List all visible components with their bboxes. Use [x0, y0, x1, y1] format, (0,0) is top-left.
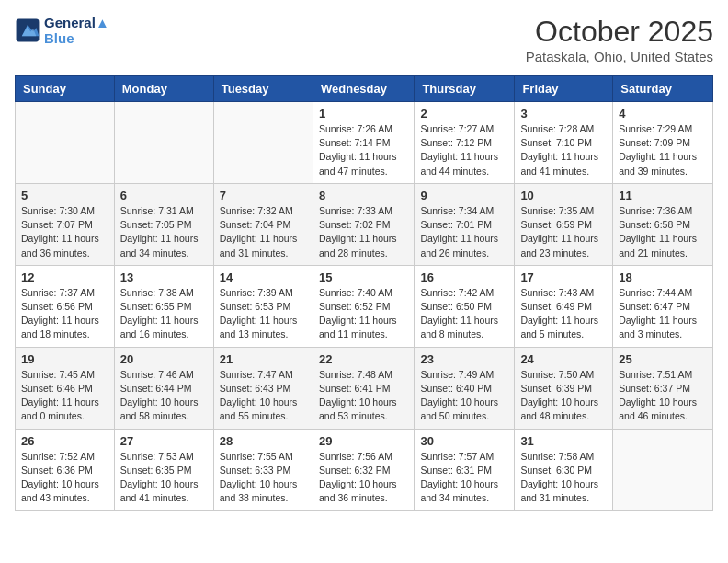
day-number: 14 [220, 270, 307, 284]
calendar-day: 19Sunrise: 7:45 AM Sunset: 6:46 PM Dayli… [16, 347, 115, 429]
day-number: 18 [619, 270, 707, 284]
day-info: Sunrise: 7:46 AM Sunset: 6:44 PM Dayligh… [120, 368, 208, 424]
day-info: Sunrise: 7:56 AM Sunset: 6:32 PM Dayligh… [319, 450, 408, 506]
calendar-day: 9Sunrise: 7:34 AM Sunset: 7:01 PM Daylig… [415, 183, 515, 265]
day-number: 10 [520, 189, 607, 202]
calendar-day: 10Sunrise: 7:35 AM Sunset: 6:59 PM Dayli… [515, 183, 613, 265]
location: Pataskala, Ohio, United States [526, 49, 713, 64]
calendar-day: 25Sunrise: 7:51 AM Sunset: 6:37 PM Dayli… [613, 347, 713, 429]
calendar-day: 30Sunrise: 7:57 AM Sunset: 6:31 PM Dayli… [415, 429, 515, 511]
day-info: Sunrise: 7:42 AM Sunset: 6:50 PM Dayligh… [420, 286, 508, 342]
day-info: Sunrise: 7:45 AM Sunset: 6:46 PM Dayligh… [21, 368, 108, 424]
day-number: 29 [319, 434, 408, 448]
calendar-day: 8Sunrise: 7:33 AM Sunset: 7:02 PM Daylig… [313, 183, 414, 265]
day-info: Sunrise: 7:43 AM Sunset: 6:49 PM Dayligh… [520, 286, 607, 342]
calendar-day [213, 102, 313, 184]
calendar-week-2: 5Sunrise: 7:30 AM Sunset: 7:07 PM Daylig… [16, 183, 713, 265]
day-number: 20 [120, 352, 208, 366]
calendar-day [114, 102, 213, 184]
day-info: Sunrise: 7:51 AM Sunset: 6:37 PM Dayligh… [619, 368, 707, 424]
calendar-day: 23Sunrise: 7:49 AM Sunset: 6:40 PM Dayli… [415, 347, 515, 429]
calendar-day: 6Sunrise: 7:31 AM Sunset: 7:05 PM Daylig… [114, 183, 213, 265]
weekday-header-friday: Friday [515, 76, 613, 102]
calendar-day: 24Sunrise: 7:50 AM Sunset: 6:39 PM Dayli… [515, 347, 613, 429]
day-number: 28 [220, 434, 307, 448]
day-info: Sunrise: 7:58 AM Sunset: 6:30 PM Dayligh… [520, 450, 607, 506]
calendar-day: 29Sunrise: 7:56 AM Sunset: 6:32 PM Dayli… [313, 429, 414, 511]
weekday-header-sunday: Sunday [16, 76, 115, 102]
calendar-week-5: 26Sunrise: 7:52 AM Sunset: 6:36 PM Dayli… [16, 429, 713, 511]
calendar-day: 12Sunrise: 7:37 AM Sunset: 6:56 PM Dayli… [16, 265, 115, 347]
day-info: Sunrise: 7:39 AM Sunset: 6:53 PM Dayligh… [220, 286, 307, 342]
calendar-week-4: 19Sunrise: 7:45 AM Sunset: 6:46 PM Dayli… [16, 347, 713, 429]
calendar-week-1: 1Sunrise: 7:26 AM Sunset: 7:14 PM Daylig… [16, 102, 713, 184]
day-info: Sunrise: 7:29 AM Sunset: 7:09 PM Dayligh… [619, 122, 707, 178]
logo-text: General▲ Blue [44, 15, 109, 46]
calendar-day: 13Sunrise: 7:38 AM Sunset: 6:55 PM Dayli… [114, 265, 213, 347]
day-info: Sunrise: 7:49 AM Sunset: 6:40 PM Dayligh… [420, 368, 508, 424]
calendar-header-row: SundayMondayTuesdayWednesdayThursdayFrid… [16, 76, 713, 102]
day-number: 3 [520, 107, 607, 121]
day-number: 13 [120, 270, 208, 284]
day-number: 21 [220, 352, 307, 366]
day-number: 8 [319, 189, 408, 202]
calendar-day: 22Sunrise: 7:48 AM Sunset: 6:41 PM Dayli… [313, 347, 414, 429]
calendar-day: 18Sunrise: 7:44 AM Sunset: 6:47 PM Dayli… [613, 265, 713, 347]
day-number: 9 [420, 189, 508, 202]
calendar-day: 7Sunrise: 7:32 AM Sunset: 7:04 PM Daylig… [213, 183, 313, 265]
calendar-day [613, 429, 713, 511]
day-number: 31 [520, 434, 607, 448]
day-info: Sunrise: 7:38 AM Sunset: 6:55 PM Dayligh… [120, 286, 208, 342]
weekday-header-thursday: Thursday [415, 76, 515, 102]
day-info: Sunrise: 7:52 AM Sunset: 6:36 PM Dayligh… [21, 450, 108, 506]
title-block: October 2025 Pataskala, Ohio, United Sta… [526, 15, 713, 64]
day-number: 25 [619, 352, 707, 366]
calendar-day: 5Sunrise: 7:30 AM Sunset: 7:07 PM Daylig… [16, 183, 115, 265]
weekday-header-tuesday: Tuesday [213, 76, 313, 102]
day-number: 16 [420, 270, 508, 284]
day-info: Sunrise: 7:53 AM Sunset: 6:35 PM Dayligh… [120, 450, 208, 506]
weekday-header-monday: Monday [114, 76, 213, 102]
page-header: General▲ Blue October 2025 Pataskala, Oh… [15, 15, 713, 64]
calendar-day: 3Sunrise: 7:28 AM Sunset: 7:10 PM Daylig… [515, 102, 613, 184]
calendar-day: 27Sunrise: 7:53 AM Sunset: 6:35 PM Dayli… [114, 429, 213, 511]
calendar-day: 14Sunrise: 7:39 AM Sunset: 6:53 PM Dayli… [213, 265, 313, 347]
weekday-header-wednesday: Wednesday [313, 76, 414, 102]
day-info: Sunrise: 7:37 AM Sunset: 6:56 PM Dayligh… [21, 286, 108, 342]
day-number: 27 [120, 434, 208, 448]
day-number: 11 [619, 189, 707, 202]
weekday-header-saturday: Saturday [613, 76, 713, 102]
day-info: Sunrise: 7:30 AM Sunset: 7:07 PM Dayligh… [21, 204, 108, 260]
day-number: 17 [520, 270, 607, 284]
day-info: Sunrise: 7:31 AM Sunset: 7:05 PM Dayligh… [120, 204, 208, 260]
day-info: Sunrise: 7:35 AM Sunset: 6:59 PM Dayligh… [520, 204, 607, 260]
calendar-day: 16Sunrise: 7:42 AM Sunset: 6:50 PM Dayli… [415, 265, 515, 347]
day-number: 1 [319, 107, 408, 121]
logo: General▲ Blue [15, 15, 109, 46]
day-number: 7 [220, 189, 307, 202]
day-number: 30 [420, 434, 508, 448]
calendar-day: 21Sunrise: 7:47 AM Sunset: 6:43 PM Dayli… [213, 347, 313, 429]
day-info: Sunrise: 7:57 AM Sunset: 6:31 PM Dayligh… [420, 450, 508, 506]
day-number: 12 [21, 270, 108, 284]
calendar-day: 4Sunrise: 7:29 AM Sunset: 7:09 PM Daylig… [613, 102, 713, 184]
day-info: Sunrise: 7:34 AM Sunset: 7:01 PM Dayligh… [420, 204, 508, 260]
day-number: 26 [21, 434, 108, 448]
day-info: Sunrise: 7:40 AM Sunset: 6:52 PM Dayligh… [319, 286, 408, 342]
day-info: Sunrise: 7:55 AM Sunset: 6:33 PM Dayligh… [220, 450, 307, 506]
day-info: Sunrise: 7:26 AM Sunset: 7:14 PM Dayligh… [319, 122, 408, 178]
day-info: Sunrise: 7:32 AM Sunset: 7:04 PM Dayligh… [220, 204, 307, 260]
day-number: 23 [420, 352, 508, 366]
day-number: 5 [21, 189, 108, 202]
calendar-day: 28Sunrise: 7:55 AM Sunset: 6:33 PM Dayli… [213, 429, 313, 511]
day-info: Sunrise: 7:48 AM Sunset: 6:41 PM Dayligh… [319, 368, 408, 424]
day-number: 4 [619, 107, 707, 121]
day-info: Sunrise: 7:33 AM Sunset: 7:02 PM Dayligh… [319, 204, 408, 260]
day-number: 2 [420, 107, 508, 121]
day-info: Sunrise: 7:36 AM Sunset: 6:58 PM Dayligh… [619, 204, 707, 260]
day-number: 24 [520, 352, 607, 366]
day-number: 19 [21, 352, 108, 366]
day-info: Sunrise: 7:27 AM Sunset: 7:12 PM Dayligh… [420, 122, 508, 178]
day-number: 6 [120, 189, 208, 202]
calendar-table: SundayMondayTuesdayWednesdayThursdayFrid… [15, 75, 713, 511]
